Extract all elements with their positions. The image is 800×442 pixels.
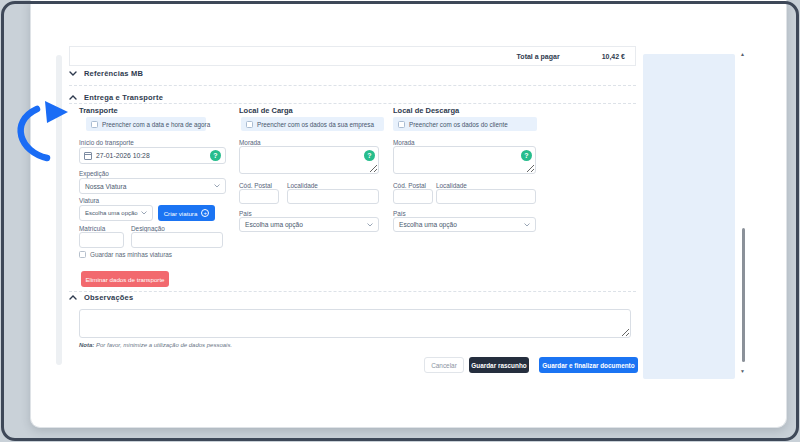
note-text: Por favor, minimize a utilização de dado… xyxy=(96,342,232,348)
selected-value: Escolha uma opção xyxy=(85,210,138,216)
chevron-down-icon xyxy=(214,184,220,188)
designacao-label: Designação xyxy=(131,225,165,232)
selected-value: Escolha uma opção xyxy=(245,221,303,228)
left-scrollbar-track[interactable] xyxy=(56,55,62,365)
cod-postal-input[interactable] xyxy=(239,189,279,204)
chevron-down-icon xyxy=(69,71,77,76)
morada-textarea[interactable] xyxy=(393,146,536,174)
designacao-input[interactable] xyxy=(131,232,223,248)
criar-viatura-button[interactable]: Criar viatura + xyxy=(158,205,215,221)
button-label: Criar viatura xyxy=(164,210,198,217)
pais-label: País xyxy=(393,210,406,217)
pais-select[interactable]: Escolha uma opção xyxy=(393,217,536,232)
scroll-down-arrow-icon[interactable]: ▼ xyxy=(740,369,745,374)
selected-value: Escolha uma opção xyxy=(399,221,457,228)
morada-label: Morada xyxy=(393,139,415,146)
save-draft-button[interactable]: Guardar rascunho xyxy=(469,357,529,373)
calendar-icon xyxy=(84,152,92,160)
total-label: Total a pagar xyxy=(517,53,560,60)
pais-label: País xyxy=(239,210,252,217)
divider xyxy=(69,85,636,86)
checkbox[interactable] xyxy=(91,121,98,128)
checkbox-label: Preencher com os dados da sua empresa xyxy=(257,121,374,128)
matricula-input[interactable] xyxy=(79,232,124,248)
help-icon[interactable]: ? xyxy=(210,150,221,161)
datetime-value: 27-01-2026 10:28 xyxy=(96,152,150,159)
section-entrega-transporte[interactable]: Entrega e Transporte xyxy=(69,93,163,102)
chevron-down-icon xyxy=(367,223,373,227)
fill-now-checkbox-bar[interactable]: Preencher com a data e hora de agora xyxy=(86,117,206,131)
checkbox[interactable] xyxy=(246,121,253,128)
totals-summary: Total a pagar 10,42 € xyxy=(69,46,636,66)
transporte-title: Transporte xyxy=(79,106,118,115)
section-title: Observações xyxy=(84,293,133,302)
local-carga-title: Local de Carga xyxy=(239,106,293,115)
selected-value: Nossa Viatura xyxy=(85,183,126,190)
document-form-card: Total a pagar 10,42 € Referências MB Ent… xyxy=(30,0,787,428)
morada-textarea-wrap: ? xyxy=(393,146,536,174)
viatura-select[interactable]: Escolha uma opção xyxy=(79,205,153,221)
save-finalize-button[interactable]: Guardar e finalizar documento xyxy=(539,357,638,373)
section-observacoes[interactable]: Observações xyxy=(69,293,133,302)
matricula-label: Matrícula xyxy=(79,225,105,232)
divider xyxy=(69,291,636,292)
localidade-label: Localidade xyxy=(287,182,318,189)
divider xyxy=(69,103,636,104)
checkbox-label: Preencher com a data e hora de agora xyxy=(102,121,210,128)
observacoes-textarea-wrap xyxy=(79,309,631,338)
fill-client-checkbox-bar[interactable]: Preencher com os dados do cliente xyxy=(393,117,537,131)
cod-postal-label: Cód. Postal xyxy=(393,182,426,189)
chevron-up-icon xyxy=(69,295,77,300)
note-prefix: Nota: xyxy=(79,342,94,348)
chevron-down-icon xyxy=(141,211,147,215)
scroll-up-arrow-icon[interactable]: ▲ xyxy=(740,52,745,57)
total-value: 10,42 € xyxy=(602,53,625,60)
scrollbar-thumb[interactable] xyxy=(742,228,745,362)
help-icon[interactable]: ? xyxy=(364,150,375,161)
checkbox[interactable] xyxy=(398,121,405,128)
cod-postal-input[interactable] xyxy=(393,189,433,204)
eliminar-dados-button[interactable]: Eliminar dados de transporte xyxy=(81,271,169,287)
pais-select[interactable]: Escolha uma opção xyxy=(239,217,379,232)
section-title: Referências MB xyxy=(84,69,143,78)
guardar-viaturas-label: Guardar nas minhas viaturas xyxy=(90,251,172,258)
viatura-label: Viatura xyxy=(79,197,99,204)
local-descarga-title: Local de Descarga xyxy=(393,106,459,115)
guardar-viaturas-checkbox[interactable] xyxy=(79,251,86,258)
localidade-label: Localidade xyxy=(436,182,467,189)
fill-company-checkbox-bar[interactable]: Preencher com os dados da sua empresa xyxy=(241,117,384,131)
inicio-transporte-label: Início do transporte xyxy=(79,139,134,146)
localidade-input[interactable] xyxy=(436,189,536,204)
help-icon[interactable]: ? xyxy=(521,150,532,161)
privacy-note: Nota: Por favor, minimize a utilização d… xyxy=(79,342,232,348)
cod-postal-label: Cód. Postal xyxy=(239,182,272,189)
morada-textarea[interactable] xyxy=(239,146,379,174)
inicio-transporte-datetime-field[interactable]: 27-01-2026 10:28 ? xyxy=(79,147,226,164)
morada-label: Morada xyxy=(239,139,261,146)
expedicao-label: Expedição xyxy=(79,170,109,177)
cancel-button[interactable]: Cancelar xyxy=(424,357,464,373)
chevron-up-icon xyxy=(69,95,77,100)
localidade-input[interactable] xyxy=(287,189,379,204)
section-title: Entrega e Transporte xyxy=(84,93,163,102)
plus-circle-icon: + xyxy=(201,209,209,217)
checkbox-label: Preencher com os dados do cliente xyxy=(409,121,508,128)
expedicao-select[interactable]: Nossa Viatura xyxy=(79,178,226,194)
side-preview-panel xyxy=(643,54,735,379)
section-referencias-mb[interactable]: Referências MB xyxy=(69,69,143,78)
chevron-down-icon xyxy=(524,223,530,227)
morada-textarea-wrap: ? xyxy=(239,146,379,174)
observacoes-textarea[interactable] xyxy=(79,309,631,338)
